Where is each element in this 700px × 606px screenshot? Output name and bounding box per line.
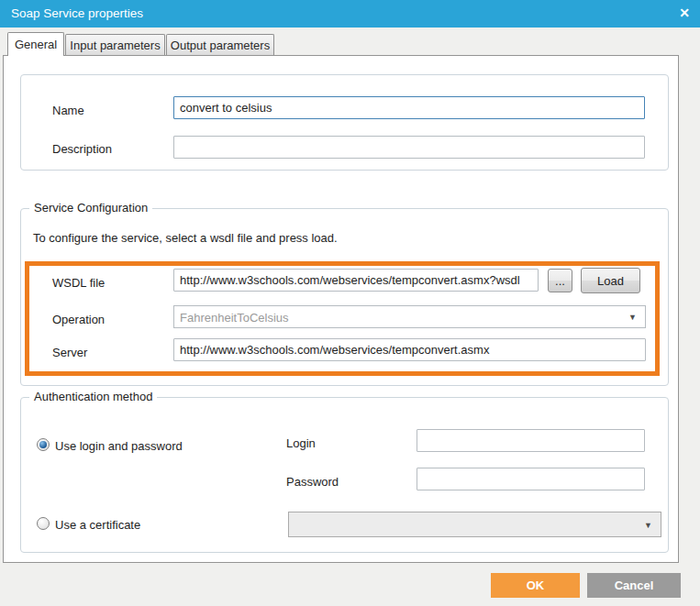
chevron-down-icon: ▼ [628,313,637,322]
login-input[interactable] [417,429,645,452]
operation-selected-value: FahrenheitToCelsius [180,311,289,325]
chevron-down-icon: ▼ [644,521,652,530]
load-button[interactable]: Load [581,268,640,293]
dialog-footer: OK Cancel [0,563,700,606]
tab-bar: General Input parameters Output paramete… [0,28,700,56]
server-input[interactable] [173,338,646,361]
close-icon[interactable]: ✕ [679,6,690,20]
certificate-dropdown[interactable]: ▼ [288,512,661,537]
tab-content-panel: Name Description Service Configuration T… [3,55,679,563]
description-input[interactable] [173,136,645,159]
password-input[interactable] [417,468,645,490]
use-login-password-radio[interactable] [37,438,50,451]
name-label: Name [52,104,84,117]
use-certificate-label: Use a certificate [55,518,140,532]
description-label: Description [52,142,112,156]
server-label: Server [52,346,87,359]
soap-service-properties-dialog: Soap Service properties ✕ General Input … [0,0,700,606]
tab-input-parameters[interactable]: Input parameters [65,34,165,55]
name-input[interactable] [173,96,645,119]
ok-button[interactable]: OK [491,573,580,598]
tab-general[interactable]: General [7,32,64,56]
tab-output-parameters[interactable]: Output parameters [166,34,274,55]
wsdl-hint-text: To configure the service, select a wsdl … [33,231,338,245]
dialog-titlebar: Soap Service properties ✕ [0,0,700,28]
password-label: Password [286,475,339,489]
wsdl-file-label: WSDL file [52,276,105,290]
use-login-password-label: Use login and password [55,439,183,453]
cancel-button[interactable]: Cancel [587,573,681,598]
operation-label: Operation [52,313,105,326]
login-label: Login [286,436,316,450]
dialog-title: Soap Service properties [11,6,143,20]
authentication-method-groupbox: Authentication method Use login and pass… [20,397,669,553]
general-groupbox: Name Description [20,74,669,171]
service-configuration-groupbox: Service Configuration To configure the s… [20,208,669,386]
authentication-method-legend: Authentication method [29,390,157,403]
use-certificate-radio[interactable] [37,517,50,530]
browse-button[interactable]: ... [548,269,572,292]
operation-dropdown[interactable]: FahrenheitToCelsius ▼ [173,305,646,328]
service-configuration-legend: Service Configuration [29,201,152,215]
wsdl-file-input[interactable] [173,269,539,292]
